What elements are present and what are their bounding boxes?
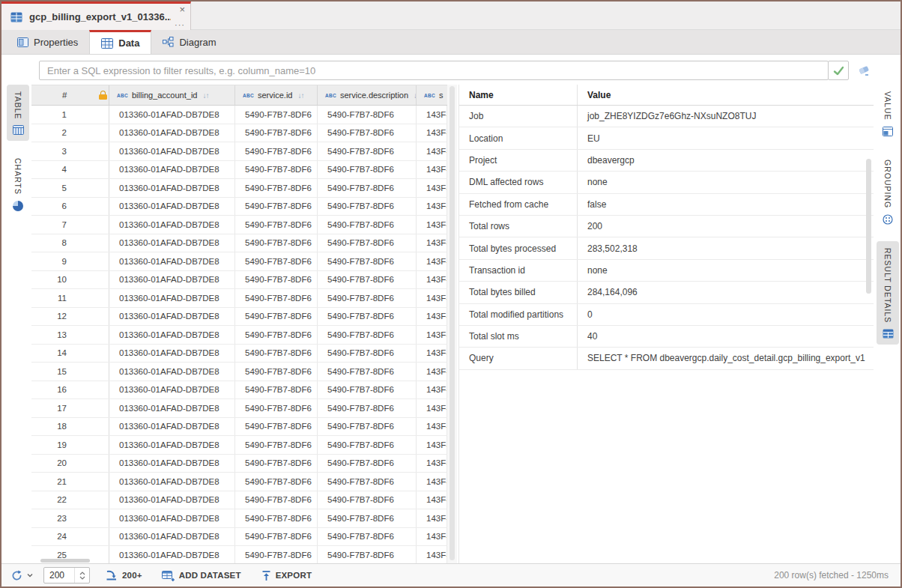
grid-cell[interactable]: 5490-F7B7-8DF6 <box>318 509 417 527</box>
grid-cell[interactable]: 5490-F7B7-8DF6 <box>318 345 417 363</box>
details-row-name[interactable]: Total modified partitions <box>459 304 578 325</box>
grid-cell[interactable]: 5490-F7B7-8DF6 <box>318 491 417 509</box>
row-number[interactable]: 15 <box>31 363 109 381</box>
grid-cell[interactable]: 5490-F7B7-8DF6 <box>235 509 318 527</box>
grid-cell[interactable]: 143F- <box>417 234 447 252</box>
grid-cell[interactable]: 013360-01AFAD-DB7DE8 <box>109 509 235 527</box>
grid-cell[interactable]: 013360-01AFAD-DB7DE8 <box>109 436 235 454</box>
grid-cell[interactable]: 5490-F7B7-8DF6 <box>235 399 318 417</box>
grid-cell[interactable]: 013360-01AFAD-DB7DE8 <box>109 363 235 381</box>
grid-cell[interactable]: 5490-F7B7-8DF6 <box>318 216 417 234</box>
grid-cell[interactable]: 013360-01AFAD-DB7DE8 <box>109 326 235 344</box>
tab-properties[interactable]: Properties <box>6 30 89 54</box>
grid-cell[interactable]: 5490-F7B7-8DF6 <box>235 234 318 252</box>
grid-cell[interactable]: 5490-F7B7-8DF6 <box>318 289 417 307</box>
grid-cell[interactable]: 143F- <box>417 142 447 160</box>
rail-tab-value[interactable]: VALUE <box>877 85 899 142</box>
grid-cell[interactable]: 5490-F7B7-8DF6 <box>318 124 417 142</box>
sort-arrows-icon[interactable]: ↓↑ <box>202 91 208 100</box>
fetch-size-input[interactable] <box>44 570 74 581</box>
details-row-value[interactable]: 40 <box>578 326 874 347</box>
details-row-name[interactable]: Fetched from cache <box>459 194 578 215</box>
grid-cell[interactable]: 013360-01AFAD-DB7DE8 <box>109 252 235 270</box>
grid-cell[interactable]: 5490-F7B7-8DF6 <box>318 455 417 473</box>
tab-overflow-icon[interactable]: ··· <box>175 21 185 28</box>
row-number[interactable]: 12 <box>31 308 109 326</box>
row-number[interactable]: 24 <box>31 528 109 546</box>
details-row-value[interactable]: 200 <box>578 216 874 237</box>
details-row-name[interactable]: Transaction id <box>459 260 578 281</box>
grid-cell[interactable]: 5490-F7B7-8DF6 <box>235 271 318 289</box>
grid-cell[interactable]: 5490-F7B7-8DF6 <box>235 455 318 473</box>
grid-cell[interactable]: 013360-01AFAD-DB7DE8 <box>109 271 235 289</box>
horizontal-scrollbar[interactable] <box>40 559 90 563</box>
rail-tab-table[interactable]: TABLE <box>7 85 29 141</box>
grid-cell[interactable]: 5490-F7B7-8DF6 <box>235 473 318 491</box>
row-number[interactable]: 14 <box>31 345 109 363</box>
grid-cell[interactable]: 5490-F7B7-8DF6 <box>235 252 318 270</box>
grid-cell[interactable]: 013360-01AFAD-DB7DE8 <box>109 106 235 124</box>
details-row-value[interactable]: 284,164,096 <box>578 282 874 303</box>
grid-cell[interactable]: 5490-F7B7-8DF6 <box>235 436 318 454</box>
grid-cell[interactable]: 143F- <box>417 308 447 326</box>
row-number[interactable]: 5 <box>31 179 109 197</box>
row-number[interactable]: 3 <box>31 142 109 160</box>
grid-cell[interactable]: 5490-F7B7-8DF6 <box>318 271 417 289</box>
grid-cell[interactable]: 5490-F7B7-8DF6 <box>318 106 417 124</box>
grid-cell[interactable]: 5490-F7B7-8DF6 <box>318 326 417 344</box>
grid-cell[interactable]: 5490-F7B7-8DF6 <box>235 418 318 436</box>
details-row-name[interactable]: Total slot ms <box>459 326 578 347</box>
row-number[interactable]: 11 <box>31 289 109 307</box>
grid-cell[interactable]: 143F- <box>417 198 447 216</box>
grid-cell[interactable]: 5490-F7B7-8DF6 <box>318 363 417 381</box>
details-scrollbar-thumb[interactable] <box>866 159 871 294</box>
grid-cell[interactable]: 013360-01AFAD-DB7DE8 <box>109 216 235 234</box>
grid-cell[interactable]: 143F- <box>417 381 447 399</box>
grid-cell[interactable]: 143F- <box>417 326 447 344</box>
row-number[interactable]: 10 <box>31 271 109 289</box>
grid-cell[interactable]: 5490-F7B7-8DF6 <box>235 161 318 179</box>
grid-cell[interactable]: 5490-F7B7-8DF6 <box>235 289 318 307</box>
grid-cell[interactable]: 013360-01AFAD-DB7DE8 <box>109 124 235 142</box>
row-number[interactable]: 13 <box>31 326 109 344</box>
spinner-down-icon[interactable] <box>79 576 85 580</box>
grid-cell[interactable]: 143F- <box>417 216 447 234</box>
grid-cell[interactable]: 5490-F7B7-8DF6 <box>235 142 318 160</box>
grid-cell[interactable]: 143F- <box>417 271 447 289</box>
grid-cell[interactable]: 143F- <box>417 509 447 527</box>
column-header-truncated[interactable]: ABC s <box>417 85 447 105</box>
clear-filter-button[interactable] <box>857 64 871 76</box>
grid-cell[interactable]: 013360-01AFAD-DB7DE8 <box>109 491 235 509</box>
grid-cell[interactable]: 013360-01AFAD-DB7DE8 <box>109 418 235 436</box>
grid-cell[interactable]: 143F- <box>417 363 447 381</box>
details-row-value[interactable]: 283,502,318 <box>578 237 874 258</box>
grid-cell[interactable]: 5490-F7B7-8DF6 <box>235 528 318 546</box>
details-row-value[interactable]: false <box>578 194 874 215</box>
row-number[interactable]: 7 <box>31 216 109 234</box>
row-number[interactable]: 6 <box>31 198 109 216</box>
details-row-name[interactable]: Total bytes billed <box>459 282 578 303</box>
grid-cell[interactable]: 013360-01AFAD-DB7DE8 <box>109 289 235 307</box>
grid-cell[interactable]: 5490-F7B7-8DF6 <box>235 106 318 124</box>
tab-diagram[interactable]: Diagram <box>151 30 227 54</box>
grid-cell[interactable]: 5490-F7B7-8DF6 <box>318 179 417 197</box>
grid-cell[interactable]: 5490-F7B7-8DF6 <box>318 436 417 454</box>
grid-cell[interactable]: 5490-F7B7-8DF6 <box>235 216 318 234</box>
grid-cell[interactable]: 013360-01AFAD-DB7DE8 <box>109 528 235 546</box>
apply-filter-button[interactable] <box>828 61 849 80</box>
row-number[interactable]: 17 <box>31 399 109 417</box>
row-number[interactable]: 1 <box>31 106 109 124</box>
grid-cell[interactable]: 143F- <box>417 491 447 509</box>
grid-cell[interactable]: 013360-01AFAD-DB7DE8 <box>109 399 235 417</box>
row-number[interactable]: 18 <box>31 418 109 436</box>
row-number[interactable]: 2 <box>31 124 109 142</box>
details-row-value[interactable]: 0 <box>578 304 874 325</box>
grid-cell[interactable]: 013360-01AFAD-DB7DE8 <box>109 142 235 160</box>
grid-cell[interactable]: 5490-F7B7-8DF6 <box>318 252 417 270</box>
fetch-next-page-button[interactable]: 200+ <box>105 569 142 581</box>
grid-cell[interactable]: 5490-F7B7-8DF6 <box>235 546 318 563</box>
grid-cell[interactable]: 013360-01AFAD-DB7DE8 <box>109 473 235 491</box>
grid-cell[interactable]: 5490-F7B7-8DF6 <box>318 161 417 179</box>
row-number[interactable]: 9 <box>31 252 109 270</box>
chevron-down-icon[interactable] <box>27 573 33 578</box>
